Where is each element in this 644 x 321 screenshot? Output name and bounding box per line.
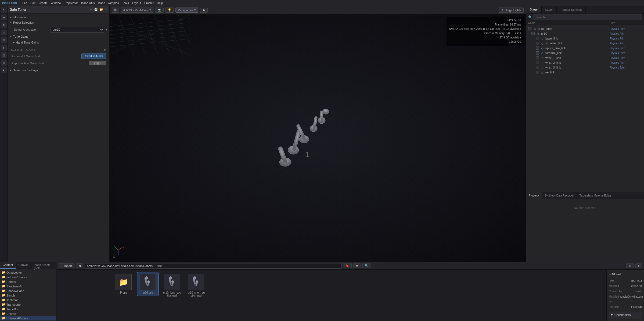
tree-checkbox[interactable] [536, 42, 539, 45]
file-item[interactable]: 📁Props [113, 272, 134, 296]
tree-item[interactable]: ◇wrist_2_linkPhysics Prim [526, 60, 644, 65]
hand-tune-section[interactable]: ▶ Hand Tune Gains [12, 40, 109, 45]
record-btn[interactable]: ⏺ [200, 8, 208, 13]
bookmark-btn[interactable]: 🔖 [343, 263, 352, 268]
menu-item-help[interactable]: Help [156, 1, 164, 5]
add-import-btn[interactable]: + Import [59, 263, 74, 268]
folder-icon: 📁 [2, 280, 5, 283]
tool-5[interactable]: ◈ [1, 45, 7, 51]
nav-item[interactable]: 📁Quadcopter [0, 270, 56, 275]
nav-item[interactable]: 📁Techman [0, 298, 56, 302]
memory-avail: 17.9 GB available [449, 35, 521, 40]
actuator-dropdown[interactable]: /ur10 [51, 27, 104, 33]
tool-rotate[interactable]: ↻ [1, 22, 7, 28]
edit-icon[interactable]: ✏ [90, 8, 92, 11]
tool-scale[interactable]: ⤢ [1, 30, 7, 35]
stage-lights-btn[interactable]: ☀ Stage Lights [499, 8, 524, 13]
menu-item-isaac-utils[interactable]: Isaac Utils [80, 1, 96, 5]
tab-content[interactable]: Content [0, 262, 16, 269]
close-icon[interactable]: ✕ [105, 8, 107, 11]
file-item[interactable]: ur10.usd [137, 272, 159, 296]
file-item[interactable]: ur10_short_suction.usd [185, 272, 207, 299]
layout-toggle[interactable]: ≡ [635, 263, 642, 268]
menu-item-tools[interactable]: Tools [121, 1, 130, 5]
layout-icon: ⊞ [114, 8, 117, 12]
tune-gains-section[interactable]: ▼ Tune Gains [8, 34, 109, 39]
test-gains-button[interactable]: TEST GAINS [81, 54, 106, 59]
step-gains-button[interactable] [89, 61, 106, 65]
tree-checkbox[interactable] [536, 66, 539, 69]
tree-item[interactable]: ◇ee_link [526, 70, 644, 75]
nav-item[interactable]: 📁SanctuaryAI [0, 284, 56, 288]
gains-test-settings-section[interactable]: ▶ Gains Test Settings [8, 67, 109, 73]
robot-svg [269, 98, 350, 178]
menu-item-file[interactable]: File [21, 1, 28, 5]
tool-8[interactable]: ★ [1, 67, 7, 73]
tree-checkbox[interactable] [536, 37, 539, 40]
tree-item[interactable]: ◈ur10Physics Prim [526, 31, 644, 36]
tree-item[interactable]: ◇forearm_linkPhysics Prim [526, 51, 644, 55]
nav-item[interactable]: 📁Robots [0, 279, 56, 284]
layout-btn[interactable]: ⊞ [112, 8, 119, 13]
menu-item-window[interactable]: Window [50, 1, 62, 5]
menu-item-edit[interactable]: Edit [29, 1, 37, 5]
tree-item[interactable]: ◇base_linkPhysics Prim [526, 36, 644, 41]
tree-checkbox[interactable] [536, 71, 539, 74]
tree-item[interactable]: ◇wrist_1_linkPhysics Prim [526, 55, 644, 60]
tool-move[interactable]: ✥ [1, 15, 7, 20]
lights-btn[interactable]: 💡 [165, 8, 174, 13]
viewport-area[interactable]: 1 FPS: 59.38 Frame time: 16.67 ms NVIDIA… [110, 15, 526, 262]
browser-path-input[interactable] [85, 263, 341, 269]
tree-item[interactable]: ◇wrist_3_linkPhysics Joint [526, 65, 644, 70]
nav-item[interactable]: 📁FetheriRobotics [0, 275, 56, 279]
perspective-btn[interactable]: Perspective ▾ [175, 8, 198, 13]
prop-tab-textureless[interactable]: Textureless Material Editor [577, 192, 614, 199]
tree-checkbox[interactable] [536, 47, 539, 50]
tree-item[interactable]: ◇shoulder_linkPhysics Prim [526, 41, 644, 46]
information-section[interactable]: ▶ Information [8, 15, 109, 20]
nav-item[interactable]: 📁Simple [0, 293, 56, 298]
tab-canvas[interactable]: Canvas [16, 262, 31, 269]
tree-checkbox[interactable] [528, 27, 531, 30]
menu-item-isaac-examples[interactable]: Isaac Examples [97, 1, 120, 5]
stage-search-input[interactable] [533, 15, 642, 20]
back-btn[interactable]: ◀ [76, 263, 83, 268]
nav-item[interactable]: 📁ShadowHand [0, 288, 56, 293]
robot-selection-section[interactable]: ▼ Robot Selection [8, 20, 109, 25]
menu-item-profiler[interactable]: Profiler [143, 1, 155, 5]
tree-checkbox[interactable] [536, 61, 539, 64]
tool-7[interactable]: ⊕ [1, 60, 7, 66]
nav-item[interactable]: 📁Transporter [0, 302, 56, 307]
tree-item-label: ur10_robot [538, 27, 552, 30]
renderer-btn[interactable]: ◈ RTX - Real-Time ▾ [121, 8, 153, 13]
prop-tab-synthetic[interactable]: Synthetic Data Recorder [542, 192, 577, 199]
camera-btn[interactable]: 📷 [155, 8, 164, 13]
filter-btn[interactable]: ⚙ [626, 263, 634, 268]
file-item[interactable]: ur10_long_suction.usd [161, 272, 183, 299]
tab-stage[interactable]: Stage [526, 6, 542, 13]
tab-render-settings[interactable]: Render Settings [557, 6, 586, 13]
bar2 [96, 62, 96, 65]
tool-6[interactable]: ▤ [1, 52, 7, 58]
tool-select[interactable]: ↖ [1, 7, 7, 13]
menu-item-replicator[interactable]: Replicator [63, 1, 79, 5]
tree-checkbox[interactable] [536, 51, 539, 55]
tree-checkbox[interactable] [536, 56, 539, 59]
menu-item-create[interactable]: Create [38, 1, 49, 5]
tab-isaac-assets[interactable]: Isaac Assets (beta) [31, 262, 56, 269]
folder-icon[interactable]: 📁 [99, 8, 103, 11]
tree-item[interactable]: ◈ur10_robotPhysics Prim [526, 26, 644, 31]
nav-item[interactable]: 📁TurtleBot [0, 307, 56, 311]
tree-checkbox[interactable] [531, 32, 535, 35]
tab-layer[interactable]: Layer [542, 6, 557, 13]
prop-tab-property[interactable]: Property [526, 192, 542, 199]
file-size-value: 14.59 KB [631, 305, 642, 309]
search-btn[interactable]: 🔍 [362, 263, 371, 268]
nav-item[interactable]: 📁UniversalRobots [0, 316, 56, 320]
tool-snap[interactable]: ⊞ [1, 37, 7, 43]
save-icon[interactable]: 💾 [94, 8, 98, 11]
menu-item-layout[interactable]: Layout [131, 1, 142, 5]
star-btn[interactable]: ★ [353, 263, 361, 268]
nav-item[interactable]: 📁Unitree [0, 311, 56, 316]
tree-item[interactable]: ◇upper_arm_linkPhysics Prim [526, 46, 644, 51]
